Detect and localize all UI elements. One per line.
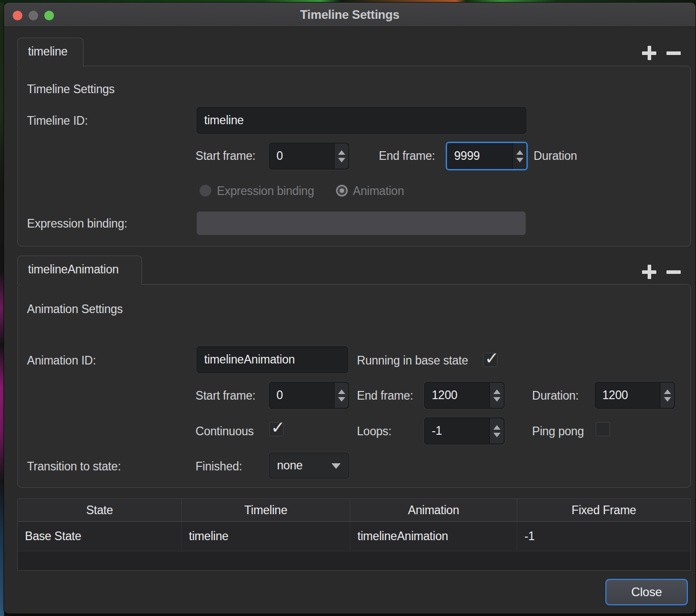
- start-frame-value: 0: [276, 149, 283, 163]
- cell-state: Base State: [18, 522, 182, 551]
- spinner-buttons[interactable]: [512, 143, 526, 169]
- start-frame-label: Start frame:: [196, 149, 256, 163]
- duration-label: Duration: [534, 149, 577, 163]
- close-button-label: Close: [631, 585, 662, 599]
- loops-spinner[interactable]: -1: [424, 417, 505, 444]
- states-table-header: State Timeline Animation Fixed Frame: [18, 499, 690, 522]
- anim-end-frame-label: End frame:: [357, 389, 413, 403]
- spin-down-icon[interactable]: [338, 158, 345, 162]
- finished-state-select[interactable]: none: [269, 453, 349, 479]
- close-button[interactable]: Close: [605, 579, 688, 605]
- minus-icon: [665, 263, 682, 281]
- expression-binding-radio: [200, 185, 211, 197]
- remove-timeline-button[interactable]: [665, 44, 682, 62]
- spinner-buttons[interactable]: [489, 418, 504, 443]
- add-timeline-button[interactable]: [641, 44, 658, 62]
- tab-timeline-label: timeline: [28, 45, 68, 59]
- spin-up-icon[interactable]: [338, 389, 345, 394]
- timeline-id-input[interactable]: timeline: [197, 107, 526, 134]
- finished-state-value: none: [277, 459, 302, 472]
- spin-up-icon[interactable]: [493, 389, 500, 394]
- end-frame-spinner[interactable]: 9999: [446, 142, 527, 170]
- anim-duration-value: 1200: [602, 388, 628, 402]
- spin-down-icon[interactable]: [516, 158, 523, 162]
- expression-binding-field-label: Expression binding:: [27, 217, 127, 231]
- continuous-label: Continuous: [196, 425, 254, 438]
- cell-timeline: timeline: [182, 522, 350, 551]
- expression-binding-radio-label: Expression binding: [217, 184, 314, 198]
- table-row[interactable]: Base State timeline timelineAnimation -1: [18, 522, 690, 551]
- running-in-base-state-label: Running in base state: [357, 354, 468, 368]
- finished-label: Finished:: [196, 460, 242, 473]
- anim-end-frame-value: 1200: [432, 388, 457, 402]
- spin-up-icon[interactable]: [493, 425, 500, 430]
- spinner-buttons[interactable]: [334, 144, 348, 169]
- animation-radio: [336, 185, 348, 197]
- remove-animation-button[interactable]: [665, 263, 682, 281]
- ping-pong-checkbox[interactable]: [596, 422, 610, 436]
- column-header-state: State: [18, 499, 182, 521]
- tab-timeline-animation-label: timelineAnimation: [28, 263, 119, 276]
- end-frame-label: End frame:: [379, 149, 435, 163]
- anim-start-frame-label: Start frame:: [196, 389, 256, 403]
- window-title: Timeline Settings: [4, 8, 695, 22]
- timeline-id-label: Timeline ID:: [27, 114, 88, 128]
- tab-timeline-animation[interactable]: timelineAnimation: [17, 256, 142, 285]
- continuous-checkbox[interactable]: ✓: [269, 422, 284, 436]
- title-bar[interactable]: Timeline Settings: [4, 3, 695, 27]
- plus-icon: [641, 44, 658, 62]
- minus-icon: [665, 44, 682, 62]
- transition-to-state-label: Transition to state:: [27, 460, 121, 473]
- loops-value: -1: [432, 424, 442, 438]
- anim-duration-spinner[interactable]: 1200: [595, 382, 675, 409]
- ping-pong-label: Ping pong: [532, 425, 584, 438]
- add-animation-button[interactable]: [641, 263, 658, 281]
- cell-animation: timelineAnimation: [350, 522, 517, 551]
- spinner-buttons[interactable]: [489, 383, 504, 408]
- expression-binding-input: [197, 211, 526, 235]
- timeline-settings-dialog: Timeline Settings timeline Timeline Sett…: [4, 2, 696, 614]
- timeline-id-value: timeline: [204, 114, 244, 127]
- anim-end-frame-spinner[interactable]: 1200: [424, 382, 505, 409]
- plus-icon: [641, 263, 658, 281]
- spin-up-icon[interactable]: [664, 389, 671, 394]
- animation-settings-heading: Animation Settings: [27, 302, 123, 316]
- animation-radio-label: Animation: [353, 184, 404, 198]
- checkmark-icon: ✓: [271, 417, 285, 437]
- spin-down-icon[interactable]: [338, 397, 345, 402]
- column-header-animation: Animation: [350, 499, 517, 521]
- timeline-settings-heading: Timeline Settings: [27, 82, 115, 96]
- running-in-base-state-checkbox[interactable]: ✓: [483, 353, 497, 367]
- anim-start-frame-spinner[interactable]: 0: [269, 382, 349, 409]
- start-frame-spinner[interactable]: 0: [269, 143, 349, 170]
- spin-down-icon[interactable]: [664, 397, 671, 402]
- animation-id-input[interactable]: timelineAnimation: [197, 346, 348, 373]
- spin-down-icon[interactable]: [493, 397, 500, 402]
- spinner-buttons[interactable]: [334, 383, 348, 408]
- spinner-buttons[interactable]: [660, 383, 674, 408]
- animation-id-value: timelineAnimation: [204, 353, 295, 367]
- column-header-fixed-frame: Fixed Frame: [517, 499, 690, 521]
- animation-id-label: Animation ID:: [27, 354, 96, 368]
- end-frame-value: 9999: [454, 149, 480, 163]
- anim-start-frame-value: 0: [276, 388, 283, 402]
- checkmark-icon: ✓: [485, 348, 498, 368]
- tab-timeline[interactable]: timeline: [17, 38, 83, 67]
- column-header-timeline: Timeline: [182, 499, 350, 521]
- cell-fixed-frame: -1: [517, 522, 690, 551]
- loops-label: Loops:: [357, 425, 392, 438]
- dropdown-arrow-icon: [331, 463, 341, 469]
- states-table: State Timeline Animation Fixed Frame Bas…: [17, 498, 691, 571]
- spin-up-icon[interactable]: [338, 150, 345, 155]
- spin-down-icon[interactable]: [493, 433, 500, 437]
- spin-up-icon[interactable]: [516, 150, 523, 155]
- anim-duration-label: Duration:: [532, 389, 579, 403]
